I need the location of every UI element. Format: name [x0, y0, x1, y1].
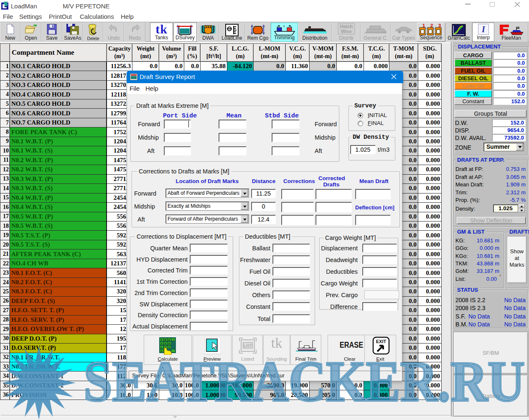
svg-text:+: +: [283, 24, 285, 28]
svg-text:EXIT: EXIT: [376, 339, 387, 344]
svg-text:+: +: [173, 339, 174, 341]
svg-text:LIST: LIST: [244, 344, 252, 348]
svg-text:Hatch: Hatch: [340, 24, 353, 29]
svg-text:1: 1: [422, 23, 425, 28]
svg-text:I: I: [481, 25, 486, 34]
svg-text:Wise: Wise: [341, 29, 352, 34]
svg-text:2: 2: [430, 23, 433, 28]
svg-text:3: 3: [438, 23, 441, 28]
